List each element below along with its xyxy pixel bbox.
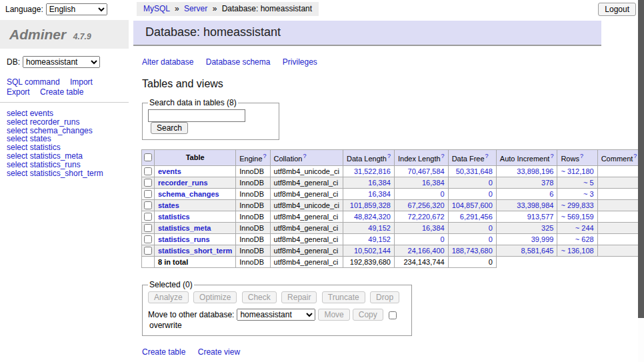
help-link[interactable]: ?: [263, 153, 267, 159]
db-label: DB:: [7, 57, 20, 67]
privileges-link[interactable]: Privileges: [283, 57, 317, 67]
row-checkbox[interactable]: [144, 179, 152, 187]
create-view-link[interactable]: Create view: [198, 347, 240, 357]
vertical-scrollbar[interactable]: [638, 0, 644, 362]
table-name-link[interactable]: states: [158, 201, 179, 209]
table-name-link[interactable]: events: [158, 167, 181, 175]
index-length-link[interactable]: 0: [398, 235, 445, 243]
alter-database-link[interactable]: Alter database: [142, 57, 193, 67]
app-version: 4.7.9: [73, 32, 91, 41]
auto-increment-link[interactable]: 33,898,196: [500, 167, 554, 175]
move-database-select[interactable]: homeassistant: [237, 309, 315, 321]
rows-count-link[interactable]: ~ 299,833: [561, 201, 593, 209]
optimize-button[interactable]: Optimize: [193, 291, 237, 303]
table-name-link[interactable]: statistics_meta: [158, 224, 211, 232]
index-length-link[interactable]: 16,384: [398, 179, 445, 187]
index-length-link[interactable]: 24,166,400: [398, 247, 445, 255]
create-table-link[interactable]: Create table: [142, 347, 185, 357]
data-free-link[interactable]: 6,291,456: [452, 213, 493, 221]
data-length-link[interactable]: 49,152: [347, 235, 391, 243]
table-name-link[interactable]: statistics_short_term: [158, 247, 232, 255]
help-link[interactable]: ?: [633, 153, 637, 159]
auto-increment-link[interactable]: 8,581,645: [500, 247, 554, 255]
data-free-link[interactable]: 188,743,680: [452, 247, 493, 255]
rows-count-link[interactable]: ~ 5: [561, 179, 593, 187]
rows-count-link[interactable]: ~ 628: [561, 235, 593, 243]
help-link[interactable]: ?: [441, 153, 445, 159]
drop-button[interactable]: Drop: [370, 291, 399, 303]
export-link[interactable]: Export: [7, 87, 30, 97]
data-free-link[interactable]: 0: [452, 224, 493, 232]
data-length-link[interactable]: 101,859,328: [347, 201, 391, 209]
language-select[interactable]: English: [46, 3, 107, 15]
data-free-link[interactable]: 0: [452, 179, 493, 187]
table-row: statistics InnoDB utf8mb4_general_ci 48,…: [142, 211, 641, 223]
index-length-link[interactable]: 0: [398, 190, 445, 198]
data-length-link[interactable]: 16,384: [347, 179, 391, 187]
data-length-link[interactable]: 10,502,144: [347, 247, 391, 255]
index-length-link[interactable]: 67,256,320: [398, 201, 445, 209]
selected-legend: Selected (0): [148, 280, 194, 289]
help-link[interactable]: ?: [387, 153, 391, 159]
auto-increment-link[interactable]: 39,999: [500, 235, 554, 243]
data-free-link[interactable]: 50,331,648: [452, 167, 493, 175]
repair-button[interactable]: Repair: [281, 291, 317, 303]
row-checkbox[interactable]: [144, 247, 152, 255]
index-length-link[interactable]: 16,384: [398, 224, 445, 232]
table-name-link[interactable]: recorder_runs: [158, 179, 208, 187]
help-link[interactable]: ?: [485, 153, 489, 159]
search-button[interactable]: Search: [151, 122, 188, 134]
row-checkbox[interactable]: [144, 235, 152, 243]
auto-increment-link[interactable]: 33,398,984: [500, 201, 554, 209]
row-checkbox[interactable]: [144, 167, 152, 175]
analyze-button[interactable]: Analyze: [148, 291, 189, 303]
data-free-link[interactable]: 0: [452, 190, 493, 198]
breadcrumb-mysql-link[interactable]: MySQL: [143, 4, 170, 13]
data-free-link[interactable]: 104,857,600: [452, 201, 493, 209]
index-length-link[interactable]: 70,467,584: [398, 167, 445, 175]
rows-count-link[interactable]: ~ 244: [561, 224, 593, 232]
table-name-link[interactable]: statistics: [158, 213, 190, 221]
sidebar-item-select-statistics-short-term[interactable]: select statistics_short_term: [7, 169, 103, 178]
select-all-checkbox[interactable]: [144, 153, 152, 161]
move-button[interactable]: Move: [318, 309, 349, 321]
row-checkbox[interactable]: [144, 224, 152, 232]
copy-button[interactable]: Copy: [353, 309, 383, 321]
scrollbar-thumb[interactable]: [638, 0, 644, 318]
db-select[interactable]: homeassistant: [23, 56, 100, 68]
table-name-link[interactable]: statistics_runs: [158, 235, 210, 243]
truncate-button[interactable]: Truncate: [322, 291, 365, 303]
logout-button[interactable]: Logout: [598, 3, 636, 16]
rows-count-link[interactable]: ~ 312,180: [561, 167, 593, 175]
rows-count-link[interactable]: ~ 3: [561, 190, 593, 198]
check-button[interactable]: Check: [242, 291, 277, 303]
help-link[interactable]: ?: [580, 153, 583, 159]
index-length-link[interactable]: 72,220,672: [398, 213, 445, 221]
rows-count-link[interactable]: ~ 569,159: [561, 213, 593, 221]
table-name-link[interactable]: schema_changes: [158, 190, 219, 198]
data-length-link[interactable]: 49,152: [347, 224, 391, 232]
auto-increment-link[interactable]: 913,577: [500, 213, 554, 221]
auto-increment-link[interactable]: 6: [500, 190, 554, 198]
row-checkbox[interactable]: [144, 190, 152, 198]
search-input[interactable]: [148, 109, 245, 122]
breadcrumb-separator: »: [175, 4, 179, 13]
row-checkbox[interactable]: [144, 213, 152, 221]
auto-increment-link[interactable]: 325: [500, 224, 554, 232]
sql-command-link[interactable]: SQL command: [7, 77, 60, 87]
data-length-link[interactable]: 31,522,816: [347, 167, 391, 175]
create-table-link-sidebar[interactable]: Create table: [40, 87, 83, 97]
rows-count-link[interactable]: ~ 136,108: [561, 247, 593, 255]
page-title: Database: homeassistant: [133, 21, 601, 46]
auto-increment-link[interactable]: 378: [500, 179, 554, 187]
help-link[interactable]: ?: [303, 153, 306, 159]
data-free-link[interactable]: 0: [452, 235, 493, 243]
data-length-link[interactable]: 48,824,320: [347, 213, 391, 221]
database-schema-link[interactable]: Database schema: [206, 57, 271, 67]
row-checkbox[interactable]: [144, 201, 152, 209]
data-length-link[interactable]: 16,384: [347, 190, 391, 198]
import-link[interactable]: Import: [70, 77, 93, 87]
breadcrumb-server-link[interactable]: Server: [184, 4, 207, 13]
overwrite-checkbox[interactable]: [389, 311, 397, 319]
help-link[interactable]: ?: [550, 153, 553, 159]
